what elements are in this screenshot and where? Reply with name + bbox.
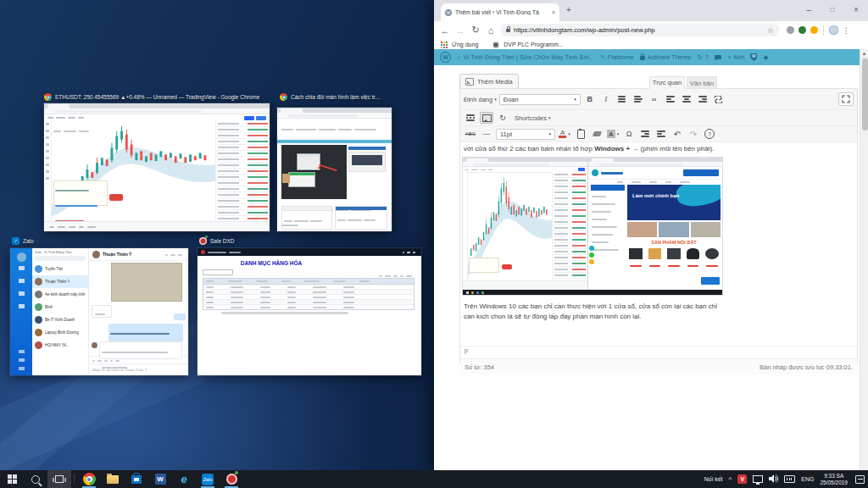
chrome-menu-icon[interactable]: ⋮ bbox=[838, 26, 854, 35]
clear-formatting-button[interactable] bbox=[590, 128, 604, 140]
tab-visual[interactable]: Trực quan bbox=[649, 76, 685, 89]
scrollbar-thumb[interactable] bbox=[862, 58, 868, 130]
adminbar-security-plugin[interactable]: W bbox=[750, 53, 757, 61]
special-character-button[interactable]: Ω bbox=[622, 128, 636, 140]
forward-button[interactable]: → bbox=[453, 25, 468, 36]
add-media-button[interactable]: Thêm Media bbox=[459, 74, 519, 89]
window-thumbnail-zalo[interactable]: Zalo - Vi Tính Đồng Tâm Tuyền Tân Thuận … bbox=[10, 248, 188, 375]
zalo-search-input[interactable] bbox=[35, 256, 86, 261]
indent-button[interactable] bbox=[654, 128, 668, 140]
refresh-button[interactable]: ↻ bbox=[496, 112, 509, 124]
toolbar-toggle-button[interactable] bbox=[480, 112, 493, 124]
window-thumbnail-saledxd[interactable]: DANH MỤC HÀNG HÓA bbox=[198, 248, 421, 375]
tray-v-app-icon[interactable]: V bbox=[737, 474, 747, 484]
adminbar-theme-link[interactable]: ✎Flatsome bbox=[600, 53, 634, 61]
zalo-contact-row[interactable]: Bình bbox=[32, 301, 88, 313]
fullscreen-button[interactable] bbox=[838, 92, 854, 106]
extension-icon-green[interactable] bbox=[798, 26, 806, 34]
align-left-button[interactable] bbox=[664, 93, 677, 105]
window-maximize-button[interactable]: □ bbox=[821, 0, 844, 19]
bookmark-apps-label[interactable]: Ứng dụng bbox=[452, 42, 478, 47]
tab-close-icon[interactable]: × bbox=[552, 9, 555, 15]
reload-button[interactable]: ↻ bbox=[468, 25, 483, 36]
blockquote-button[interactable]: “ bbox=[648, 91, 661, 108]
task-view-button[interactable] bbox=[47, 470, 71, 488]
tray-clock[interactable]: 9:33 SA25/05/2019 bbox=[820, 473, 848, 486]
zalo-contact-row[interactable]: Ae kinh doanh máy tính Sài... bbox=[32, 288, 88, 301]
zalo-contact-row[interactable]: Tuyền Tân bbox=[32, 263, 88, 275]
more-tag-button[interactable] bbox=[464, 112, 477, 124]
content-image-splitscreen[interactable]: Làm mới chính bạn SẢN PHẨM NỔI BẬT bbox=[463, 158, 722, 295]
window-thumbnail-tradingview[interactable] bbox=[44, 103, 270, 231]
start-button[interactable] bbox=[0, 470, 24, 488]
scrollbar-up-arrow[interactable]: ▲ bbox=[860, 49, 868, 58]
align-center-button[interactable] bbox=[680, 93, 693, 105]
page-scrollbar[interactable]: ▲ bbox=[860, 49, 868, 470]
tray-language[interactable]: ENG bbox=[801, 476, 814, 482]
taskbar-store-icon[interactable] bbox=[125, 470, 148, 488]
editor-content[interactable]: với cửa sổ thứ 2 các bạn bấm nhấn tổ hợp… bbox=[460, 142, 857, 346]
tray-keyboard-icon[interactable] bbox=[784, 475, 795, 483]
zalo-contact-row[interactable]: Bé IT Kinh Doanh bbox=[32, 313, 88, 326]
action-center-icon[interactable] bbox=[855, 475, 865, 484]
bullet-list-button[interactable] bbox=[615, 93, 629, 105]
italic-button[interactable]: I bbox=[599, 93, 613, 105]
paste-as-text-button[interactable] bbox=[574, 128, 587, 140]
highlight-color-button[interactable]: A▾ bbox=[606, 128, 620, 140]
paragraph-select[interactable]: Đoạn▾ bbox=[499, 94, 581, 105]
adminbar-new-menu[interactable]: +Mới bbox=[727, 53, 744, 61]
tray-display-icon[interactable] bbox=[753, 475, 763, 483]
taskbar-saledxd-icon[interactable] bbox=[220, 470, 243, 488]
table-row[interactable] bbox=[203, 305, 414, 309]
back-button[interactable]: ← bbox=[437, 25, 453, 36]
undo-button[interactable]: ↶ bbox=[670, 128, 684, 140]
window-thumbnail-article[interactable] bbox=[277, 108, 392, 231]
adminbar-comments[interactable] bbox=[715, 55, 721, 59]
bold-button[interactable]: B bbox=[583, 93, 597, 105]
format-dropdown[interactable]: Định dạng▾ bbox=[464, 96, 497, 103]
address-bar[interactable]: https://vitinhdongtam.com/wp-admin/post-… bbox=[500, 24, 780, 36]
zalo-contact-row[interactable]: Laptop Bình Dương bbox=[32, 326, 88, 339]
browser-tab-active[interactable]: W Thêm bài viết ‹ Vi Tính Đồng Tâ × bbox=[441, 3, 559, 21]
adminbar-activate-theme[interactable]: Activate Theme bbox=[640, 53, 692, 61]
tray-volume-icon[interactable] bbox=[769, 474, 778, 484]
redo-button[interactable]: ↷ bbox=[687, 128, 700, 140]
strikethrough-button[interactable]: ABC bbox=[464, 128, 477, 140]
show-hidden-icons[interactable]: ^ bbox=[729, 475, 732, 483]
zalo-chat-actions[interactable] bbox=[165, 248, 185, 262]
tab-text[interactable]: Văn bản bbox=[687, 76, 717, 89]
saledxd-search-input[interactable] bbox=[203, 269, 233, 275]
home-button[interactable]: ⌂ bbox=[483, 25, 498, 36]
taskbar-zalo-icon[interactable]: Zalo bbox=[196, 470, 220, 488]
taskbar-word-icon[interactable]: W bbox=[148, 470, 172, 488]
zalo-contact-row-selected[interactable]: Thuận Thiên Ý bbox=[32, 275, 88, 288]
new-tab-button[interactable]: + bbox=[566, 5, 571, 14]
wordpress-logo-icon[interactable]: W bbox=[440, 52, 451, 63]
help-button[interactable]: ? bbox=[703, 128, 716, 140]
numbered-list-button[interactable] bbox=[632, 93, 645, 105]
search-button[interactable] bbox=[24, 470, 47, 488]
adminbar-updates[interactable]: ↻7 bbox=[698, 53, 709, 61]
window-minimize-button[interactable]: – bbox=[797, 0, 821, 19]
link-button[interactable] bbox=[712, 93, 726, 105]
taskbar-chrome-icon[interactable] bbox=[77, 470, 101, 488]
horizontal-rule-button[interactable]: — bbox=[480, 128, 493, 140]
taskbar-ie-icon[interactable]: e bbox=[172, 470, 196, 488]
align-right-button[interactable] bbox=[696, 93, 709, 105]
tray-connect-label[interactable]: Nối kết bbox=[704, 476, 723, 482]
outdent-button[interactable] bbox=[638, 128, 652, 140]
zalo-contact-row[interactable]: HỘI MÁY IN... bbox=[32, 339, 88, 352]
extension-icon-orange[interactable] bbox=[810, 26, 818, 34]
extension-icon-gray[interactable] bbox=[787, 26, 794, 34]
text-color-button[interactable]: A▾ bbox=[558, 128, 571, 140]
bookmark-star-icon[interactable]: ☆ bbox=[767, 26, 774, 35]
bookmark-dvp-label[interactable]: DVP PLC Programm... bbox=[504, 42, 563, 47]
taskbar-file-explorer-icon[interactable] bbox=[101, 470, 125, 488]
adminbar-site-link[interactable]: ⌂Vi Tính Đồng Tâm | Sửa Chữa Máy Tính Bì… bbox=[457, 53, 594, 61]
profile-avatar[interactable] bbox=[829, 25, 838, 35]
font-size-select[interactable]: 11pt▾ bbox=[496, 129, 555, 140]
adminbar-builder[interactable]: ◆ bbox=[763, 53, 768, 61]
window-close-button[interactable]: × bbox=[844, 0, 868, 19]
zalo-photo-message[interactable] bbox=[111, 263, 182, 302]
apps-grid-icon[interactable] bbox=[441, 42, 448, 48]
